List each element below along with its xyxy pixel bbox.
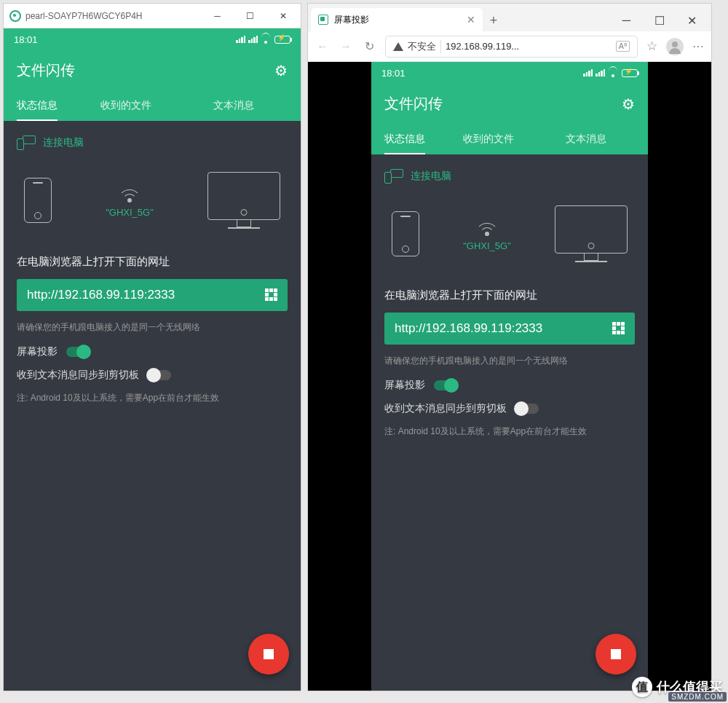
gear-icon[interactable]: ⚙ [622,95,635,113]
connect-row[interactable]: 连接电脑 [384,169,635,184]
favorite-icon[interactable]: ☆ [646,39,657,54]
status-bar: 18:01 [4,28,301,50]
monitor-outline-icon [555,205,628,262]
connection-diagram: "GHXI_5G" [384,205,635,262]
clipboard-label: 收到文本消息同步到剪切板 [17,369,139,382]
tab-title: 屏幕投影 [334,14,369,26]
app-title: 文件闪传 [17,60,75,80]
connect-label: 连接电脑 [43,136,84,149]
qr-icon[interactable] [265,288,277,301]
browser-tab-strip: 屏幕投影 ✕ + ─ ☐ ✕ [308,4,711,31]
app-title: 文件闪传 [384,94,443,114]
monitor-outline-icon [207,172,280,229]
browser-toolbar: ← → ↻ 不安全 192.168.99.119... A⁸ ☆ ⋯ [308,31,711,62]
app-header: 文件闪传 ⚙ 状态信息 收到的文件 文本消息 [4,50,301,121]
insecure-icon [393,42,403,51]
qr-icon[interactable] [612,322,625,334]
battery-icon [622,69,638,77]
url-box[interactable]: http://192.168.99.119:2333 [17,279,288,311]
tab-received[interactable]: 收到的文件 [72,92,180,121]
url-text: http://192.168.99.119:2333 [27,288,175,302]
clipboard-label: 收到文本消息同步到剪切板 [384,402,507,415]
status-bar: 18:01 [371,62,648,84]
url-display: 192.168.99.119... [446,41,519,52]
browser-close-button[interactable]: ✕ [676,9,708,31]
insecure-label: 不安全 [408,40,436,53]
titlebar[interactable]: pearl-SOAYP7H6WGCY6P4H ─ ☐ ✕ [4,4,301,28]
browser-tab[interactable]: 屏幕投影 ✕ [311,8,483,31]
status-time: 18:01 [381,68,405,79]
status-time: 18:01 [14,34,38,45]
gear-icon[interactable]: ⚙ [274,62,288,79]
back-button[interactable]: ← [315,40,330,53]
menu-icon[interactable]: ⋯ [692,39,704,53]
watermark-badge: 值 [632,677,652,697]
clipboard-toggle[interactable] [515,404,539,414]
app-window-left: pearl-SOAYP7H6WGCY6P4H ─ ☐ ✕ 18:01 [3,3,301,691]
devices-icon [17,136,36,150]
stop-icon [264,649,274,659]
tab-messages[interactable]: 文本消息 [537,125,635,154]
app-icon [9,10,21,22]
address-bar[interactable]: 不安全 192.168.99.119... A⁸ [385,36,638,58]
wifi-icon [608,68,619,77]
signal-icon [583,69,593,76]
connection-diagram: "GHXI_5G" [17,172,288,229]
browser-minimize-button[interactable]: ─ [610,9,643,31]
tab-favicon-icon [318,15,328,25]
clipboard-toggle[interactable] [148,370,171,380]
tab-close-icon[interactable]: ✕ [467,14,475,25]
android-note: 注: Android 10及以上系统，需要App在前台才能生效 [384,425,635,438]
projection-toggle[interactable] [66,347,90,357]
android-note: 注: Android 10及以上系统，需要App在前台才能生效 [17,392,288,404]
source-label: SMZDM.COM [668,692,727,702]
url-text: http://192.168.99.119:2333 [395,321,542,336]
browser-window-right: 屏幕投影 ✕ + ─ ☐ ✕ ← → ↻ 不安全 192.168.99.119.… [307,3,712,691]
battery-icon [274,36,290,44]
forward-button[interactable]: → [339,40,353,53]
tab-status[interactable]: 状态信息 [17,92,72,121]
record-fab[interactable] [596,634,636,675]
projection-toggle[interactable] [434,380,457,390]
projected-phone-screen: 18:01 文件闪传 ⚙ 状态信息 收到的文件 [371,62,648,691]
wifi-icon [261,35,272,44]
wifi-large-icon [474,216,500,236]
record-fab[interactable] [248,634,289,675]
open-url-hint: 在电脑浏览器上打开下面的网址 [17,255,288,269]
tab-messages[interactable]: 文本消息 [180,92,288,121]
connect-row[interactable]: 连接电脑 [17,136,288,150]
wifi-large-icon [116,182,143,203]
browser-maximize-button[interactable]: ☐ [643,9,676,31]
maximize-button[interactable]: ☐ [234,5,266,27]
window-title: pearl-SOAYP7H6WGCY6P4H [25,11,143,21]
devices-icon [384,169,403,184]
stop-icon [611,649,621,659]
phone-screen: 18:01 文件闪传 ⚙ 状态信息 收到的文件 [4,28,301,691]
reader-badge[interactable]: A⁸ [616,41,630,52]
network-note: 请确保您的手机跟电脑接入的是同一个无线网络 [384,355,635,367]
connect-label: 连接电脑 [411,170,451,183]
signal-icon [236,36,245,43]
url-box[interactable]: http://192.168.99.119:2333 [384,313,635,345]
close-button[interactable]: ✕ [266,5,299,27]
app-header: 文件闪传 ⚙ 状态信息 收到的文件 文本消息 [371,84,648,154]
phone-outline-icon [24,178,52,223]
projection-label: 屏幕投影 [384,379,425,392]
signal-icon-2 [248,36,258,43]
network-note: 请确保您的手机跟电脑接入的是同一个无线网络 [17,321,288,334]
new-tab-button[interactable]: + [483,9,505,31]
tab-received[interactable]: 收到的文件 [440,125,537,154]
refresh-button[interactable]: ↻ [362,39,376,53]
open-url-hint: 在电脑浏览器上打开下面的网址 [384,288,635,302]
minimize-button[interactable]: ─ [201,5,234,27]
tab-status[interactable]: 状态信息 [384,125,440,154]
projection-label: 屏幕投影 [17,345,58,358]
signal-icon-2 [596,69,605,76]
profile-avatar[interactable] [666,38,684,55]
phone-outline-icon [392,211,419,256]
